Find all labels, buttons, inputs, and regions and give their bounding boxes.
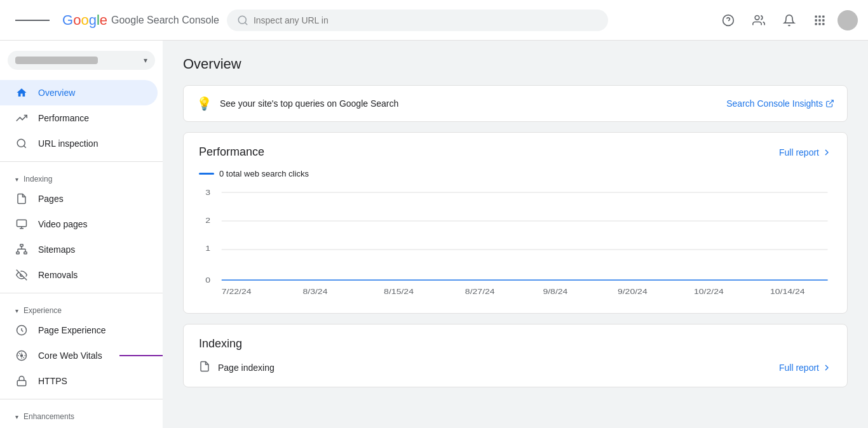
- sidebar-item-label: Performance: [38, 113, 89, 123]
- full-report-label: Full report: [779, 147, 819, 157]
- site-selector[interactable]: ▾: [8, 51, 155, 70]
- section-header-indexing[interactable]: ▾ Indexing: [0, 167, 163, 186]
- svg-text:9/8/24: 9/8/24: [543, 288, 567, 295]
- search-console-insights-link[interactable]: Search Console Insights: [726, 98, 834, 109]
- section-header-enhancements[interactable]: ▾ Enhancements: [0, 405, 163, 424]
- apps-grid-icon: [813, 14, 826, 27]
- sidebar-item-removals[interactable]: Removals: [0, 262, 158, 288]
- svg-line-1: [245, 22, 247, 24]
- sidebar-item-overview[interactable]: Overview: [0, 80, 158, 105]
- bulb-icon: 💡: [196, 96, 212, 111]
- performance-card-content: Performance Full report 0 total web sear…: [184, 133, 847, 313]
- svg-text:9/20/24: 9/20/24: [618, 288, 648, 295]
- sidebar-item-url-inspection[interactable]: URL inspection: [0, 131, 158, 156]
- info-banner-text: See your site's top queries on Google Se…: [220, 98, 398, 109]
- sidebar-item-label: Core Web Vitals: [38, 351, 102, 361]
- chevron-right-icon: [822, 147, 832, 157]
- section-label: Enhancements: [24, 412, 74, 421]
- svg-rect-30: [17, 380, 26, 385]
- chart-legend: 0 total web search clicks: [199, 169, 832, 178]
- svg-rect-21: [24, 252, 27, 254]
- sidebar-item-pages[interactable]: Pages: [0, 186, 158, 211]
- topbar: Google Google Search Console: [0, 0, 868, 41]
- page-icon: [199, 361, 210, 374]
- chevron-right-icon: [822, 363, 832, 373]
- trending-up-icon: [15, 112, 28, 124]
- url-search-icon: [15, 137, 28, 150]
- svg-text:8/3/24: 8/3/24: [302, 288, 327, 295]
- info-banner-card: 💡 See your site's top queries on Google …: [183, 85, 848, 122]
- chevron-icon: ▾: [15, 307, 18, 314]
- page-title: Overview: [183, 56, 848, 72]
- core-web-vitals-wrapper: Core Web Vitals: [0, 343, 163, 368]
- app-logo: Google Google Search Console: [62, 12, 219, 29]
- notifications-button[interactable]: [776, 8, 802, 33]
- hamburger-menu[interactable]: [10, 13, 55, 28]
- indexing-row-left: Page indexing: [199, 361, 275, 374]
- svg-rect-16: [17, 220, 27, 227]
- sidebar-item-label: URL inspection: [38, 138, 98, 149]
- indexing-row: Page indexing Full report: [199, 361, 832, 374]
- annotation-arrow: [119, 352, 163, 359]
- sidebar-item-performance[interactable]: Performance: [0, 105, 158, 131]
- svg-rect-5: [815, 15, 817, 17]
- indexing-card-content: Indexing Page indexing Full report: [184, 324, 847, 387]
- app-name: Google Search Console: [111, 15, 219, 26]
- gauge-icon: [15, 349, 28, 362]
- indexing-card: Indexing Page indexing Full report: [183, 324, 848, 387]
- performance-chart: 3 2 1 0 7/22/24 8/3/24 8/15/24 8/27/: [199, 186, 832, 300]
- svg-line-32: [829, 100, 833, 104]
- info-banner: 💡 See your site's top queries on Google …: [184, 86, 847, 121]
- manage-users-icon: [752, 14, 765, 27]
- section-header-experience[interactable]: ▾ Experience: [0, 298, 163, 318]
- svg-point-14: [17, 139, 25, 147]
- sidebar-item-label: Pages: [38, 194, 64, 204]
- chevron-icon: ▾: [15, 176, 18, 183]
- svg-rect-12: [818, 23, 820, 25]
- svg-text:7/22/24: 7/22/24: [222, 288, 252, 295]
- search-input[interactable]: [254, 15, 598, 25]
- sidebar-item-label: Sitemaps: [38, 244, 75, 255]
- manage-users-button[interactable]: [746, 8, 771, 33]
- lock-icon: [15, 375, 28, 387]
- sidebar-item-label: HTTPS: [38, 376, 67, 386]
- external-link-icon: [825, 99, 834, 108]
- svg-text:10/14/24: 10/14/24: [770, 288, 805, 295]
- indexing-card-title: Indexing: [199, 337, 242, 351]
- section-label: Experience: [24, 306, 62, 315]
- performance-card: Performance Full report 0 total web sear…: [183, 132, 848, 314]
- sidebar-divider-2: [0, 293, 163, 293]
- topbar-actions: [715, 8, 858, 33]
- sidebar-item-breadcrumbs[interactable]: Breadcrumbs: [0, 424, 158, 428]
- home-icon: [15, 86, 28, 99]
- sidebar-item-page-experience[interactable]: Page Experience: [0, 318, 158, 343]
- svg-rect-7: [822, 15, 824, 17]
- legend-label: 0 total web search clicks: [219, 169, 309, 178]
- page-indexing-label: Page indexing: [218, 363, 275, 373]
- sidebar-item-video-pages[interactable]: Video pages: [0, 211, 158, 237]
- indexing-card-header: Indexing: [199, 337, 832, 351]
- apps-button[interactable]: [807, 8, 832, 33]
- chevron-down-icon: ▾: [144, 56, 147, 65]
- help-button[interactable]: [715, 8, 741, 33]
- performance-card-title: Performance: [199, 145, 264, 159]
- sidebar-item-https[interactable]: HTTPS: [0, 368, 158, 394]
- performance-full-report-link[interactable]: Full report: [779, 147, 832, 157]
- eye-off-icon: [15, 269, 28, 281]
- avatar[interactable]: [837, 10, 858, 30]
- svg-text:8/27/24: 8/27/24: [465, 288, 495, 295]
- sitemap-icon: [15, 243, 28, 256]
- file-icon: [15, 192, 28, 205]
- sidebar-item-sitemaps[interactable]: Sitemaps: [0, 237, 158, 262]
- search-bar[interactable]: [227, 10, 608, 31]
- chevron-icon: ▾: [15, 413, 18, 420]
- svg-rect-10: [822, 19, 824, 21]
- sidebar-item-label: Page Experience: [38, 325, 106, 335]
- svg-text:1: 1: [205, 244, 210, 252]
- indexing-full-report-link[interactable]: Full report: [779, 363, 832, 373]
- sidebar-item-label: Overview: [38, 88, 75, 98]
- link-text: Search Console Insights: [726, 98, 823, 109]
- svg-rect-13: [822, 23, 824, 25]
- chart-svg: 3 2 1 0 7/22/24 8/3/24 8/15/24 8/27/: [199, 186, 832, 300]
- sidebar-divider-1: [0, 161, 163, 162]
